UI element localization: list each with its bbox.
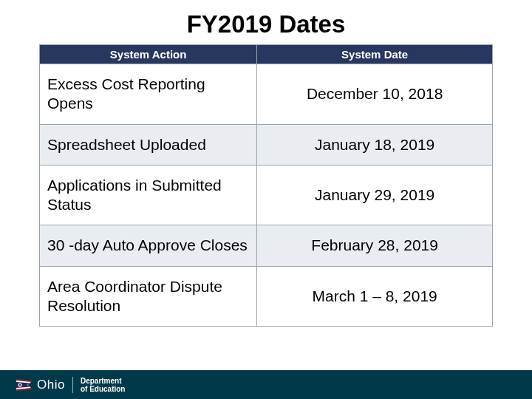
- table-row: Excess Cost Reporting Opens December 10,…: [40, 64, 493, 125]
- ohio-wordmark: Ohio: [37, 378, 65, 392]
- col-header-date: System Date: [257, 45, 493, 64]
- svg-point-4: [19, 383, 21, 386]
- cell-date: December 10, 2018: [257, 64, 493, 125]
- ohio-flag-icon: [16, 379, 33, 391]
- footer-bar: Ohio Department of Education: [0, 370, 532, 399]
- table-row: Spreadsheet Uploaded January 18, 2019: [40, 124, 493, 165]
- department-label: Department of Education: [81, 377, 126, 393]
- footer-divider: [72, 377, 73, 393]
- cell-action: Spreadsheet Uploaded: [40, 124, 257, 165]
- cell-action: Area Coordinator Dispute Resolution: [40, 266, 257, 327]
- dates-table: System Action System Date Excess Cost Re…: [39, 44, 493, 327]
- cell-date: March 1 – 8, 2019: [257, 266, 493, 327]
- cell-action: 30 -day Auto Approve Closes: [40, 225, 257, 266]
- table-row: 30 -day Auto Approve Closes February 28,…: [40, 225, 493, 266]
- slide-title: FY2019 Dates: [0, 0, 532, 38]
- cell-date: January 18, 2019: [257, 124, 493, 165]
- cell-action: Applications in Submitted Status: [40, 165, 257, 225]
- table-row: Area Coordinator Dispute Resolution Marc…: [40, 266, 493, 327]
- ohio-logo: Ohio: [16, 378, 65, 392]
- cell-action: Excess Cost Reporting Opens: [40, 64, 257, 125]
- col-header-action: System Action: [40, 45, 257, 64]
- cell-date: February 28, 2019: [257, 225, 493, 266]
- cell-date: January 29, 2019: [257, 165, 493, 225]
- table-row: Applications in Submitted Status January…: [40, 165, 493, 225]
